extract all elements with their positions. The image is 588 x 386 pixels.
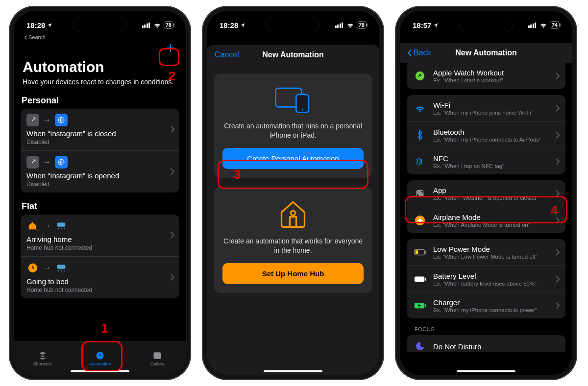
wifi-trigger-icon: [414, 104, 426, 113]
nav-title: New Automation: [262, 50, 324, 59]
trigger-do-not-disturb[interactable]: Do Not Disturb: [407, 335, 565, 352]
home-indicator[interactable]: [457, 370, 515, 372]
arrive-home-icon: [26, 219, 39, 232]
trigger-low-power-mode[interactable]: Low Power ModeEx. “When Low Power Mode i…: [407, 239, 565, 265]
dynamic-island: [266, 18, 320, 32]
chevron-right-icon: [171, 168, 174, 175]
trigger-bluetooth[interactable]: BluetoothEx. “When my iPhone connects to…: [407, 121, 565, 148]
phone-frame-3: 18:57 74 Back New Automation: [395, 6, 577, 380]
battery-indicator: 78: [357, 21, 367, 29]
chevron-right-icon: [556, 72, 560, 79]
svg-rect-5: [57, 265, 66, 268]
gallery-icon: [152, 351, 163, 361]
automation-icon: [95, 351, 105, 361]
trigger-apple-watch-workout[interactable]: Apple Watch WorkoutEx. “When I start a w…: [407, 63, 565, 89]
chevron-right-icon: [556, 302, 560, 309]
chevron-right-icon: [556, 190, 560, 197]
workout-icon: [414, 71, 426, 81]
page-subtitle: Have your devices react to changes in co…: [21, 75, 179, 87]
svg-point-11: [291, 211, 295, 215]
svg-rect-19: [425, 278, 426, 281]
tab-gallery[interactable]: Gallery: [129, 341, 186, 375]
trigger-battery-level[interactable]: Battery LevelEx. “When battery level ris…: [407, 265, 565, 292]
phone-frame-2: 18:28 78 Cancel New Automation Create an…: [202, 6, 384, 380]
automation-row[interactable]: → Arriving home Home hub not connected: [21, 215, 179, 256]
automation-row[interactable]: → When “Instagram” is opened Disabled: [21, 150, 179, 193]
chevron-right-icon: [556, 158, 560, 165]
cancel-button[interactable]: Cancel: [215, 50, 239, 59]
cellular-icon: [528, 21, 537, 29]
airplane-icon: [414, 215, 426, 226]
chevron-right-icon: [556, 276, 560, 283]
home-indicator[interactable]: [264, 370, 322, 372]
back-button[interactable]: Back: [408, 48, 431, 57]
trigger-airplane-mode[interactable]: Airplane ModeEx. “When Airplane Mode is …: [407, 207, 565, 233]
home-indicator[interactable]: [71, 370, 129, 372]
ac-icon: [55, 262, 68, 274]
shortcut-icon: [26, 156, 39, 169]
battery-indicator: 74: [550, 21, 560, 29]
nav-title: New Automation: [455, 48, 517, 57]
devices-icon: [273, 85, 313, 114]
chevron-right-icon: [171, 232, 174, 239]
battery-indicator: 78: [164, 21, 173, 29]
trigger-wifi[interactable]: Wi-FiEx. “When my iPhone joins home Wi-F…: [407, 95, 565, 121]
arrow-right-icon: →: [43, 116, 51, 124]
status-time: 18:28: [220, 21, 238, 29]
setup-home-hub-button[interactable]: Set Up Home Hub: [222, 263, 364, 284]
internet-icon: [55, 156, 68, 169]
svg-rect-18: [415, 276, 424, 282]
personal-automation-text: Create an automation that runs on a pers…: [222, 121, 364, 140]
personal-automation-panel: Create an automation that runs on a pers…: [214, 73, 372, 178]
location-icon: [240, 23, 245, 28]
svg-point-2: [35, 227, 37, 229]
automation-row[interactable]: → When “Instagram” is closed Disabled: [21, 109, 179, 150]
chevron-right-icon: [556, 132, 560, 139]
group-header-focus: FOCUS: [415, 326, 565, 332]
location-icon: [47, 23, 52, 28]
cellular-icon: [142, 21, 151, 29]
back-breadcrumb[interactable]: Search: [14, 33, 186, 40]
trigger-nfc[interactable]: NFCEx. “When I tap an NFC tag”: [407, 148, 565, 174]
svg-rect-16: [416, 250, 418, 254]
home-automation-panel: Create an automation that works for ever…: [214, 187, 372, 293]
internet-icon: [55, 114, 68, 126]
svg-point-10: [301, 109, 303, 111]
chevron-right-icon: [171, 274, 174, 281]
dynamic-island: [73, 18, 127, 32]
page-title: Automation: [21, 59, 179, 75]
bluetooth-icon: [414, 130, 426, 141]
clock-icon: [26, 262, 39, 274]
status-time: 18:57: [413, 21, 431, 29]
arrow-right-icon: →: [43, 158, 51, 167]
svg-rect-3: [57, 222, 66, 226]
svg-rect-17: [425, 251, 426, 254]
add-button[interactable]: [165, 42, 176, 56]
flat-automations-card: → Arriving home Home hub not connected →…: [21, 215, 179, 298]
shortcuts-icon: [37, 351, 48, 361]
ac-icon: [55, 219, 68, 232]
svg-point-12: [416, 72, 424, 80]
house-icon: [277, 198, 309, 229]
create-personal-automation-button[interactable]: Create Personal Automation: [222, 148, 364, 169]
trigger-charger[interactable]: ChargerEx. “When my iPhone connects to p…: [407, 292, 565, 318]
chevron-right-icon: [171, 126, 174, 133]
battery-level-icon: [414, 276, 426, 283]
wifi-icon: [539, 22, 547, 28]
status-time: 18:28: [26, 21, 45, 29]
chevron-right-icon: [556, 249, 560, 256]
svg-rect-21: [425, 304, 426, 307]
arrow-right-icon: →: [43, 264, 51, 272]
wifi-icon: [346, 22, 354, 28]
dynamic-island: [459, 18, 513, 32]
automation-row[interactable]: → Going to bed Home hub not connected: [21, 256, 179, 298]
nfc-icon: [414, 157, 426, 166]
section-header-flat: Flat: [21, 201, 179, 215]
charger-icon: [414, 302, 426, 309]
tab-shortcuts[interactable]: Shortcuts: [14, 341, 71, 375]
trigger-app[interactable]: AppEx. “When “Weather” is opened or clos…: [407, 180, 565, 207]
phone-frame-1: 18:28 78 Search Automation Have your dev…: [9, 6, 191, 380]
chevron-right-icon: [556, 217, 560, 224]
cellular-icon: [335, 21, 344, 29]
low-power-icon: [414, 249, 426, 256]
